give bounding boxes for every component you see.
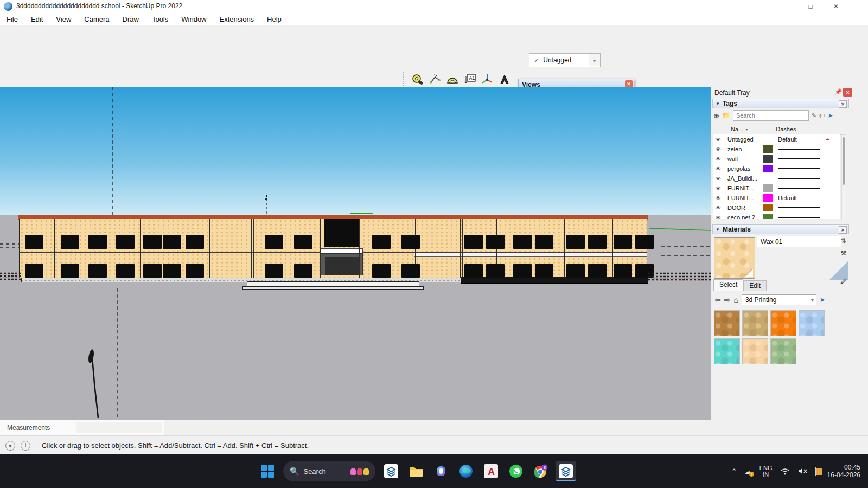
menu-view[interactable]: View (49, 15, 78, 23)
tag-row[interactable]: 👁ceco net 2 (713, 213, 840, 219)
tag-row[interactable]: 👁zelen (713, 144, 840, 154)
tag-row[interactable]: 👁FURNIT... (713, 183, 840, 193)
volume-muted-icon[interactable] (797, 467, 807, 475)
materials-category-dropdown[interactable]: 3d Printing ▾ (742, 294, 816, 305)
materials-section-header[interactable]: ▼ Materials ✕ (712, 224, 849, 234)
chevron-down-icon[interactable]: ▾ (589, 54, 600, 66)
tag-dash-style[interactable] (778, 217, 825, 218)
tab-select[interactable]: Select (713, 279, 743, 291)
menu-help[interactable]: Help (260, 15, 288, 23)
tag-details-icon[interactable]: ➤ (828, 112, 833, 119)
axes-tool[interactable] (480, 72, 495, 87)
menu-file[interactable]: File (0, 15, 24, 23)
tag-row[interactable]: 👁FURNIT...Default (713, 193, 840, 203)
tag-color-swatch[interactable] (763, 136, 773, 143)
taskbar-search[interactable]: 🔍 Search (283, 461, 375, 481)
whatsapp-icon[interactable] (506, 461, 526, 481)
visibility-eye-icon[interactable]: 👁 (716, 205, 724, 211)
add-tag-icon[interactable]: ⊕ (713, 112, 719, 120)
protractor-tool[interactable] (445, 72, 460, 87)
material-swatch[interactable] (742, 310, 768, 336)
info-icon[interactable]: i (21, 441, 30, 451)
tag-dash-style[interactable]: Default (778, 136, 825, 143)
material-name-field[interactable]: Wax 01 (757, 236, 841, 247)
autocad-icon[interactable]: A (481, 461, 501, 481)
tag-color-swatch[interactable] (763, 194, 773, 202)
model-viewport[interactable] (0, 87, 711, 420)
menu-camera[interactable]: Camera (78, 15, 116, 23)
column-dashes[interactable]: Dashes (776, 126, 796, 132)
pin-icon[interactable]: 📌 (834, 88, 843, 97)
tag-color-swatch[interactable] (763, 184, 773, 192)
add-tag-folder-icon[interactable]: 📁 (722, 112, 730, 119)
tag-name[interactable]: FURNIT... (727, 185, 761, 191)
forward-arrow-icon[interactable]: ⇨ (724, 296, 731, 304)
tag-dash-style[interactable] (778, 158, 825, 159)
tag-dash-style[interactable] (778, 168, 825, 169)
tag-name[interactable]: FURNIT... (727, 195, 761, 201)
back-arrow-icon[interactable]: ⇦ (714, 296, 721, 304)
material-swatch[interactable] (714, 338, 740, 364)
tag-dash-style[interactable] (778, 207, 825, 208)
tag-color-swatch[interactable] (763, 214, 773, 219)
visibility-eye-icon[interactable]: 👁 (716, 215, 724, 220)
tab-edit[interactable]: Edit (743, 280, 767, 291)
in-model-home-icon[interactable]: ⌂ (733, 296, 738, 304)
tags-scrollbar-thumb[interactable] (843, 137, 845, 185)
visibility-eye-icon[interactable]: 👁 (716, 146, 724, 152)
edit-tag-icon[interactable]: ✎ (812, 112, 816, 119)
onedrive-icon[interactable]: ☁ ! (745, 467, 752, 476)
tag-color-swatch[interactable] (763, 145, 773, 153)
material-swatch[interactable] (770, 310, 796, 336)
material-swatch[interactable] (742, 338, 768, 364)
tag-dash-style[interactable] (778, 178, 825, 179)
tag-dash-style[interactable]: Default (778, 195, 825, 201)
tag-color-swatch[interactable] (763, 155, 773, 163)
language-indicator[interactable]: ENGIN (760, 465, 773, 478)
chrome-icon[interactable]: S (531, 461, 551, 481)
tag-row[interactable]: 👁JA_Buildi... (713, 174, 840, 183)
sketchup-running-icon[interactable] (556, 461, 576, 481)
tag-search-input[interactable] (733, 110, 809, 121)
tag-color-swatch[interactable] (763, 204, 773, 211)
tag-name[interactable]: pergolas (727, 165, 761, 172)
menu-window[interactable]: Window (175, 15, 213, 23)
edge-icon[interactable] (456, 461, 476, 481)
create-material-icon[interactable]: ⚒ (839, 249, 848, 258)
tag-row[interactable]: 👁pergolas (713, 164, 840, 174)
materials-details-icon[interactable]: ➤ (820, 296, 825, 304)
tags-scrollbar[interactable] (841, 134, 846, 220)
tag-name[interactable]: Untagged (727, 136, 761, 143)
tray-chevron-icon[interactable]: ⌃ (731, 467, 737, 476)
measurements-value-field[interactable] (76, 422, 162, 433)
visibility-eye-icon[interactable]: 👁 (716, 137, 724, 143)
clock[interactable]: 00:45 16-04-2026 (827, 464, 860, 479)
copilot-icon[interactable] (431, 461, 451, 481)
tag-row[interactable]: 👁wall (713, 154, 840, 164)
menu-extensions[interactable]: Extensions (213, 15, 261, 23)
secondary-pane-icon[interactable]: ⇅ (839, 237, 848, 246)
visibility-eye-icon[interactable]: 👁 (716, 166, 724, 172)
visibility-eye-icon[interactable]: 👁 (716, 176, 724, 182)
tag-name[interactable]: JA_Buildi... (727, 175, 761, 182)
visibility-eye-icon[interactable]: 👁 (716, 195, 724, 201)
tag-name[interactable]: zelen (727, 146, 761, 152)
menu-draw[interactable]: Draw (116, 15, 145, 23)
geolocation-icon[interactable]: ● (5, 441, 15, 451)
3d-text-tool[interactable] (497, 72, 512, 87)
material-swatch[interactable] (799, 310, 825, 336)
collapse-triangle-icon[interactable]: ▼ (716, 101, 720, 106)
tape-measure-tool[interactable] (410, 72, 425, 87)
materials-close-icon[interactable]: ✕ (839, 226, 847, 234)
material-swatch[interactable] (770, 338, 796, 364)
toolbar-grip[interactable] (403, 72, 406, 86)
dimension-tool[interactable] (427, 72, 443, 87)
edit-pencil-icon[interactable]: ✒ (826, 137, 830, 143)
collapse-triangle-icon[interactable]: ▼ (716, 227, 720, 232)
minimize-button[interactable]: – (773, 0, 797, 13)
tag-row[interactable]: 👁UntaggedDefault✒ (713, 134, 840, 144)
tag-color-swatch[interactable] (763, 165, 773, 172)
visibility-eye-icon[interactable]: 👁 (716, 185, 724, 191)
tag-dash-style[interactable] (778, 149, 825, 150)
maximize-button[interactable]: □ (798, 0, 823, 13)
